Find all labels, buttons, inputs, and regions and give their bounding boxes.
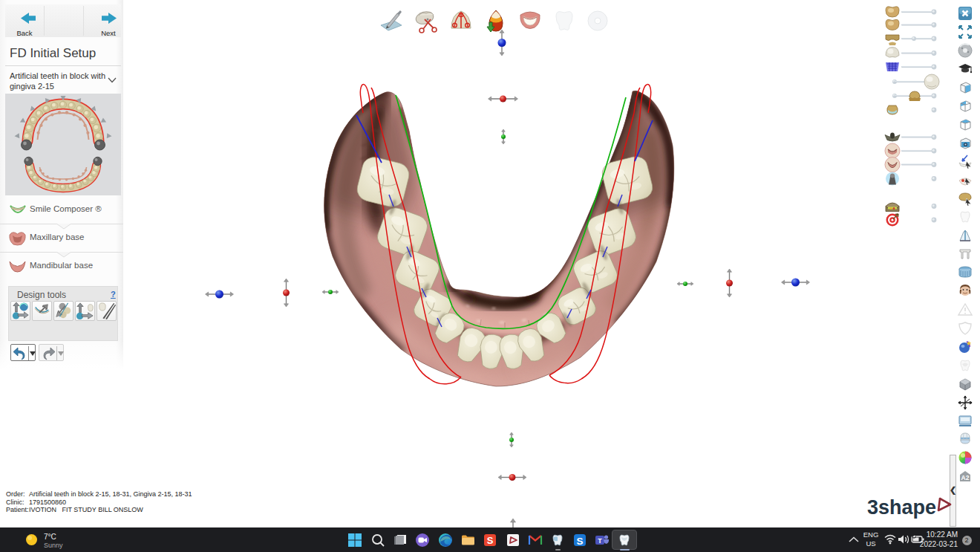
svg-text:S: S xyxy=(487,535,494,546)
svg-text:T: T xyxy=(598,537,602,545)
svg-text:A2: A2 xyxy=(961,474,970,481)
svg-text:S: S xyxy=(576,536,583,547)
